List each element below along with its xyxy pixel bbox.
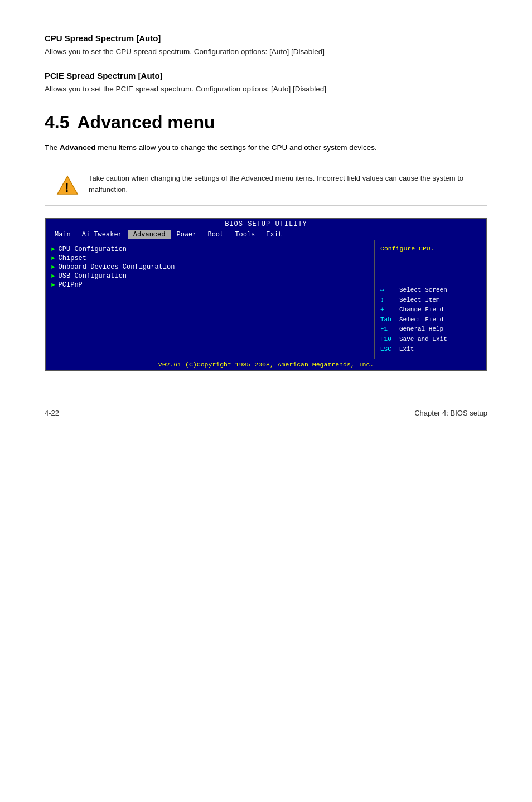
key-sym-change: +- xyxy=(380,305,396,315)
bios-entry-cpu-config[interactable]: ► CPU Configuration xyxy=(51,245,369,254)
bios-entry-label: PCIPnP xyxy=(59,281,83,289)
bios-entry-label: CPU Configuration xyxy=(59,245,127,253)
bios-entry-chipset[interactable]: ► Chipset xyxy=(51,254,369,263)
page-footer: 4-22 Chapter 4: BIOS setup xyxy=(45,404,487,417)
bios-menu-advanced[interactable]: Advanced xyxy=(128,230,171,239)
bios-entry-arrow: ► xyxy=(51,255,55,262)
bios-menu-exit[interactable]: Exit xyxy=(260,230,288,239)
key-sym-tab: Tab xyxy=(380,315,396,325)
bios-entry-arrow: ► xyxy=(51,246,55,253)
bios-right-panel: Configure CPU. ↔ Select Screen ↕ Select … xyxy=(375,240,486,359)
bios-help-text: Configure CPU. xyxy=(380,245,481,252)
bios-entry-pciplnp[interactable]: ► PCIPnP xyxy=(51,281,369,289)
page-number: 4-22 xyxy=(45,409,59,417)
key-row-screen: ↔ Select Screen xyxy=(380,286,481,296)
key-label-f1: General Help xyxy=(399,325,443,335)
intro-text-after: menu items allow you to change the setti… xyxy=(96,143,377,152)
chapter-title: 4.5Advanced menu xyxy=(45,112,487,133)
key-label-screen: Select Screen xyxy=(399,286,447,296)
pcie-spread-desc: Allows you to set the PCIE spread spectr… xyxy=(45,84,487,95)
key-label-item: Select Item xyxy=(399,296,440,306)
chapter-heading-block: 4.5Advanced menu xyxy=(45,112,487,133)
key-sym-item: ↕ xyxy=(380,296,396,306)
bios-footer: v02.61 (C)Copyright 1985-2008, American … xyxy=(46,359,486,370)
key-sym-f1: F1 xyxy=(380,325,396,335)
bios-entry-usb[interactable]: ► USB Configuration xyxy=(51,272,369,281)
bios-key-help: ↔ Select Screen ↕ Select Item +- Change … xyxy=(380,286,481,354)
key-sym-esc: ESC xyxy=(380,345,396,355)
svg-text:!: ! xyxy=(65,181,69,195)
bios-entry-arrow: ► xyxy=(51,264,55,270)
intro-text-before: The xyxy=(45,143,60,152)
bios-left-panel: ► CPU Configuration ► Chipset ► Onboard … xyxy=(46,240,375,359)
key-row-change: +- Change Field xyxy=(380,305,481,315)
key-row-f10: F10 Save and Exit xyxy=(380,335,481,345)
bios-entry-label: Chipset xyxy=(59,254,86,262)
key-row-item: ↕ Select Item xyxy=(380,296,481,306)
key-label-esc: Exit xyxy=(399,345,414,355)
cpu-spread-heading: CPU Spread Spectrum [Auto] xyxy=(45,33,487,43)
key-label-tab: Select Field xyxy=(399,315,443,325)
bios-entry-arrow: ► xyxy=(51,273,55,279)
bios-menu-bar: Main Ai Tweaker Advanced Power Boot Tool… xyxy=(46,229,486,240)
key-label-f10: Save and Exit xyxy=(399,335,447,345)
caution-text: Take caution when changing the settings … xyxy=(89,173,477,195)
bios-body: ► CPU Configuration ► Chipset ► Onboard … xyxy=(46,240,486,359)
cpu-spread-section: CPU Spread Spectrum [Auto] Allows you to… xyxy=(45,33,487,57)
pcie-spread-section: PCIE Spread Spectrum [Auto] Allows you t… xyxy=(45,71,487,95)
key-row-esc: ESC Exit xyxy=(380,345,481,355)
bios-title-bar: BIOS SETUP UTILITY xyxy=(46,219,486,229)
bios-menu-boot[interactable]: Boot xyxy=(202,230,229,239)
bios-entry-label: USB Configuration xyxy=(59,272,127,280)
bios-entry-label: Onboard Devices Configuration xyxy=(59,263,175,271)
bios-screenshot: BIOS SETUP UTILITY Main Ai Tweaker Advan… xyxy=(45,218,487,371)
chapter-reference: Chapter 4: BIOS setup xyxy=(414,409,487,417)
bios-entry-onboard[interactable]: ► Onboard Devices Configuration xyxy=(51,263,369,272)
key-row-f1: F1 General Help xyxy=(380,325,481,335)
caution-box: ! Take caution when changing the setting… xyxy=(45,165,487,206)
warning-triangle-icon: ! xyxy=(56,174,79,196)
caution-icon: ! xyxy=(55,173,80,197)
pcie-spread-heading: PCIE Spread Spectrum [Auto] xyxy=(45,71,487,80)
bios-entry-arrow: ► xyxy=(51,282,55,288)
bios-menu-tools[interactable]: Tools xyxy=(229,230,260,239)
key-row-select-field: Tab Select Field xyxy=(380,315,481,325)
intro-paragraph: The Advanced menu items allow you to cha… xyxy=(45,142,487,154)
bios-menu-main[interactable]: Main xyxy=(49,230,76,239)
bios-menu-ai-tweaker[interactable]: Ai Tweaker xyxy=(76,230,128,239)
key-label-change: Change Field xyxy=(399,305,443,315)
key-sym-screen: ↔ xyxy=(380,286,396,296)
bios-menu-power[interactable]: Power xyxy=(171,230,202,239)
intro-bold: Advanced xyxy=(60,143,96,152)
key-sym-f10: F10 xyxy=(380,335,396,345)
cpu-spread-desc: Allows you to set the CPU spread spectru… xyxy=(45,46,487,57)
